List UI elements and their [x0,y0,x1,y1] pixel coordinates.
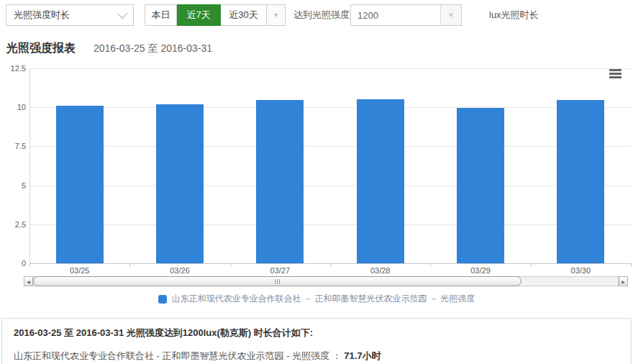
scrollbar-left-button[interactable]: ◀ [24,276,33,286]
summary-total-hours: 71.7小时 [344,350,381,361]
arrow-right-icon: ▶ [621,279,625,284]
bar-03/25[interactable] [56,106,104,263]
y-axis-line [29,68,30,263]
x-axis-category-label: 03/25 [29,266,129,275]
y-axis-tick-label: 2.5 [0,220,26,229]
x-axis-category-label: 03/29 [430,266,530,275]
y-axis-tick-label: 5 [0,181,26,190]
x-axis-tick [631,263,632,267]
summary-panel: 2016-03-25 至 2016-03-31 光照强度达到1200lux(勒克… [1,318,632,364]
grip-icon [275,279,280,284]
chart-scrollbar-thumb[interactable] [33,276,522,286]
gridline-y-2.5 [29,224,631,225]
gridline-y-10 [29,107,631,108]
chart-export-menu-button[interactable] [609,69,621,78]
chart-legend: 山东正和现代农业专业合作联合社 － 正和即墨智慧光伏农业示范园 － 光照强度 [0,293,633,305]
legend-label: 山东正和现代农业专业合作联合社 － 正和即墨智慧光伏农业示范园 － 光照强度 [172,293,475,305]
gridline-y-12.5 [29,68,631,69]
bar-03/30[interactable] [557,100,604,263]
legend-marker-icon [158,295,167,304]
y-axis-tick-label: 7.5 [0,142,26,150]
y-axis-tick-label: 12.5 [0,64,26,73]
bar-03/26[interactable] [156,104,204,263]
y-axis-tick-label: 0 [0,259,26,268]
x-axis-category-label: 03/30 [531,266,631,275]
x-axis-category-label: 03/27 [230,266,330,275]
hamburger-menu-icon [609,69,621,71]
summary-detail-prefix: 山东正和现代农业专业合作联合社 - 正和即墨智慧光伏农业示范园 - 光照强度 ： [14,350,342,361]
x-axis-category-label: 03/26 [129,266,229,275]
gridline-y-7.5 [29,146,631,147]
gridline-y-5 [29,186,631,186]
bar-03/28[interactable] [357,99,404,263]
y-axis-tick-label: 10 [0,103,26,112]
summary-detail: 山东正和现代农业专业合作联合社 - 正和即墨智慧光伏农业示范园 - 光照强度 ：… [14,350,619,363]
bar-03/29[interactable] [457,108,504,263]
legend-item[interactable]: 山东正和现代农业专业合作联合社 － 正和即墨智慧光伏农业示范园 － 光照强度 [158,293,475,305]
arrow-left-icon: ◀ [27,279,30,284]
summary-heading: 2016-03-25 至 2016-03-31 光照强度达到1200lux(勒克… [14,327,619,340]
bar-03/27[interactable] [256,100,304,263]
scrollbar-right-button[interactable]: ▶ [619,276,628,286]
light-intensity-bar-chart: 02.557.51012.503/2503/2603/2703/2803/290… [0,0,633,309]
x-axis-category-label: 03/28 [330,266,430,275]
